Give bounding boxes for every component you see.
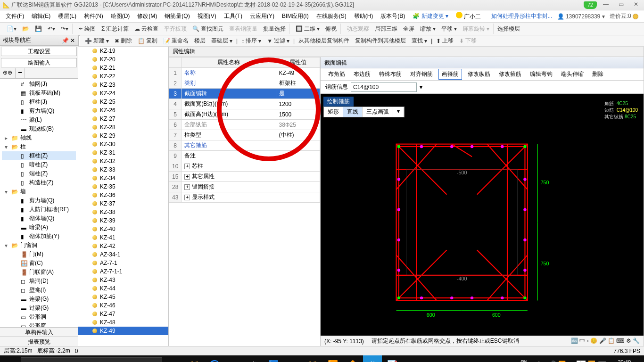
tree-masonry-rein[interactable]: ▮砌体加筋(Y)	[2, 232, 76, 241]
copy-to-button[interactable]: 复制构件到其他楼层	[353, 36, 408, 46]
nav-tab2[interactable]: ━	[16, 68, 25, 78]
minimize-button[interactable]: —	[600, 1, 612, 9]
zoom-button[interactable]: 缩放 ▾	[418, 24, 438, 34]
tree-cast-slab[interactable]: ▬现浇板(B)	[2, 124, 76, 133]
tree-hidden-beam[interactable]: ▬暗梁(A)	[2, 223, 76, 232]
list-item[interactable]: KZ-33	[78, 165, 168, 174]
tree-end-col[interactable]: ▯端柱(Z)	[2, 169, 76, 178]
open-button[interactable]: 📂	[20, 25, 31, 33]
section-tab[interactable]: 画箍筋	[438, 69, 462, 80]
nav-draw-input[interactable]: 绘图输入	[1, 58, 77, 67]
task-explorer[interactable]: 📂	[304, 355, 322, 362]
dynamic-view-button[interactable]: 动态观察	[345, 24, 371, 34]
nav-tab1[interactable]: ⊕⊕	[0, 68, 16, 78]
tree-niche[interactable]: ◻壁龛(I)	[2, 286, 76, 295]
nav-proj-setting[interactable]: 工程设置	[1, 47, 77, 56]
list-item[interactable]: KZ-21	[78, 64, 168, 72]
new-component-button[interactable]: ➕ 新建 ▾	[83, 36, 111, 46]
menu-component[interactable]: 构件(N)	[81, 11, 106, 21]
list-item[interactable]: AZ-7-1	[78, 259, 168, 267]
task-app2[interactable]: 🌀	[205, 355, 223, 362]
list-item[interactable]: KZ-20	[78, 55, 168, 64]
menu-bim[interactable]: BIM应用(I)	[279, 11, 312, 21]
base-floor-button[interactable]: 基础层 ▾	[209, 36, 234, 46]
list-item[interactable]: KZ-30	[78, 140, 168, 148]
tree-masonry-wall[interactable]: ▮砌体墙(Q)	[2, 214, 76, 223]
component-list[interactable]: KZ-19KZ-20KZ-21KZ-22KZ-23KZ-24KZ-25KZ-26…	[78, 47, 168, 346]
task-ie[interactable]: e	[284, 355, 303, 362]
nav-single-input[interactable]: 单构件输入	[0, 327, 78, 337]
task-app7[interactable]: ⇅	[363, 355, 382, 362]
prop-row[interactable]: 28+锚固搭接	[169, 182, 320, 192]
prop-row[interactable]: 9备注	[169, 151, 320, 161]
tree-window[interactable]: 🪟窗(C)	[2, 259, 76, 268]
draw-mode-button[interactable]: 直线	[343, 107, 363, 117]
delete-button[interactable]: ✖ 删除	[113, 36, 134, 46]
clock[interactable]: 20:402018/3/5	[611, 359, 631, 362]
start-button[interactable]: ⊞	[0, 355, 21, 362]
list-item[interactable]: KZ-26	[78, 106, 168, 115]
menu-online[interactable]: 在线服务(S)	[314, 11, 349, 21]
list-item[interactable]: KZ-22	[78, 72, 168, 81]
tree-door-group[interactable]: ▾📂 门窗洞	[2, 241, 76, 250]
task-view-button[interactable]: ⧉	[165, 355, 184, 362]
draw-mode-button[interactable]: 矩形	[324, 107, 343, 117]
flat-slab-button[interactable]: 平齐板顶	[162, 24, 189, 34]
task-edge[interactable]: e	[224, 355, 243, 362]
prop-row[interactable]: 15+其它属性	[169, 172, 320, 182]
tree-axis-group[interactable]: ▸📁 轴线	[2, 133, 76, 142]
list-item[interactable]: KZ-32	[78, 157, 168, 165]
tree-defense-wall[interactable]: ▮人防门框墙(RF)	[2, 205, 76, 214]
new-file-button[interactable]: 📄▾	[5, 25, 18, 33]
menu-modify[interactable]: 修改(M)	[134, 11, 160, 21]
list-item[interactable]: KZ-27	[78, 115, 168, 123]
prop-row[interactable]: 8其它箍筋	[169, 140, 320, 151]
up-button[interactable]: ⬆ 上移	[434, 36, 455, 46]
list-item[interactable]: AZ-7-1-1	[78, 267, 168, 276]
tree-struct-col[interactable]: ▯构造柱(Z)	[2, 178, 76, 187]
section-tab[interactable]: 端头伸缩	[558, 69, 586, 79]
tree-wall-hole[interactable]: ◻墙洞(D)	[2, 277, 76, 286]
ime-tray[interactable]: 🔤 中 ◦ 😊 🎤 📋 ⌨ ⚙ 🔧	[571, 337, 640, 345]
menu-rebar[interactable]: 钢筋量(Q)	[162, 11, 192, 21]
prop-row[interactable]: 3截面编辑是	[169, 89, 320, 99]
task-app6[interactable]: 🔶	[343, 355, 362, 362]
list-item[interactable]: KZ-19	[78, 47, 168, 55]
section-tab[interactable]: 布边筋	[351, 69, 373, 79]
maximize-button[interactable]: ▭	[615, 1, 627, 9]
tree-strip-window[interactable]: ▭带形窗	[2, 321, 76, 327]
close-button[interactable]: ✕	[630, 1, 642, 9]
select-floor-button[interactable]: 选择楼层	[495, 24, 522, 34]
local-3d-button[interactable]: 局部三维	[373, 24, 399, 34]
tree-frame-beam[interactable]: ▯框柱(J)	[2, 98, 76, 107]
view-rebar-button[interactable]: 查看钢筋量	[227, 24, 259, 34]
sort-button[interactable]: ↕ 排序 ▾	[239, 36, 263, 46]
tree-door[interactable]: 🚪门(M)	[2, 250, 76, 259]
section-tab[interactable]: 删除	[589, 69, 606, 79]
tree-raft[interactable]: ▦筏板基础(M)	[2, 89, 76, 98]
tree-wall-group[interactable]: ▾📂 墙	[2, 187, 76, 196]
tree-shear-wall[interactable]: ▮剪力墙(Q)	[2, 107, 76, 115]
undo-button[interactable]: ↶▾	[46, 25, 57, 33]
section-drawing[interactable]: 600 600 750 750 -500 -400	[321, 94, 644, 336]
section-tab[interactable]: 修改箍筋	[496, 69, 524, 79]
batch-select-button[interactable]: 批量选择	[261, 24, 288, 34]
list-item[interactable]: KZ-24	[78, 89, 168, 98]
menu-version[interactable]: 版本号(B)	[378, 11, 408, 21]
new-change-button[interactable]: 🧩 新建变更 ▾	[410, 11, 451, 21]
rotate-button[interactable]: 屏幕旋转 ▾	[461, 24, 491, 34]
menu-file[interactable]: 文件(F)	[3, 11, 27, 21]
task-app1[interactable]: 📁	[185, 355, 204, 362]
prop-row[interactable]: 4截面宽(B边)(mm)1200	[169, 99, 320, 109]
pin-icon[interactable]: 📌 ✕	[62, 37, 75, 44]
prop-row[interactable]: 7柱类型(中柱)	[169, 130, 320, 140]
prop-row[interactable]: 5截面高(H边)(mm)1500	[169, 109, 320, 120]
section-tab[interactable]: 布角筋	[325, 69, 348, 79]
list-item[interactable]: KZ-36	[78, 191, 168, 199]
list-item[interactable]: KZ-44	[78, 284, 168, 293]
copy-from-button[interactable]: 从其他楼层复制构件	[297, 36, 351, 46]
fullscreen-button[interactable]: 全屏	[401, 24, 416, 34]
list-item[interactable]: KZ-40	[78, 225, 168, 233]
cloud-check-button[interactable]: ☁ 云检查	[132, 24, 160, 34]
rename-button[interactable]: 📝 重命名	[161, 36, 190, 46]
